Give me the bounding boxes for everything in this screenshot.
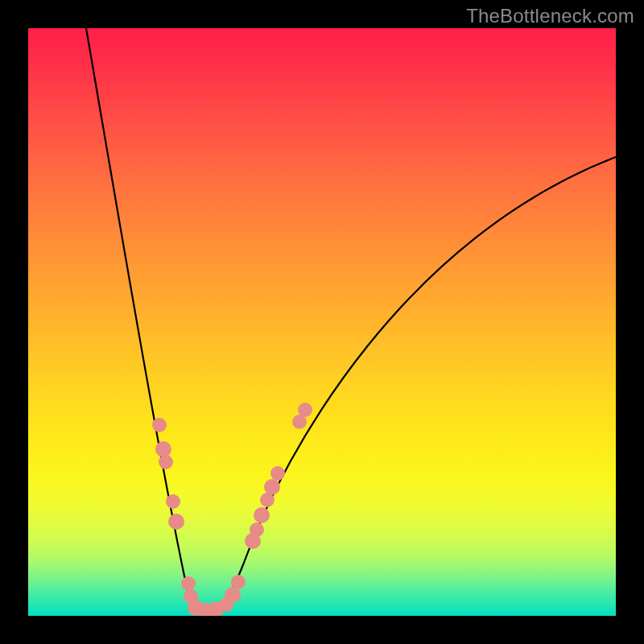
data-dot — [152, 418, 167, 432]
data-dot — [270, 466, 285, 481]
data-dot — [250, 522, 264, 537]
right-curve — [205, 157, 616, 616]
data-dot — [155, 441, 171, 457]
data-dot — [159, 455, 173, 469]
dot-group — [152, 402, 312, 616]
chart-plot-area — [28, 28, 616, 616]
data-dot — [231, 575, 246, 589]
left-curve — [86, 28, 205, 616]
chart-frame: TheBottleneck.com — [0, 0, 644, 644]
data-dot — [264, 479, 280, 495]
chart-svg — [28, 28, 616, 616]
data-dot — [181, 576, 196, 591]
data-dot — [168, 514, 184, 530]
data-dot — [298, 402, 312, 417]
data-dot — [166, 494, 180, 509]
data-dot — [254, 507, 270, 523]
watermark-text: TheBottleneck.com — [466, 5, 634, 27]
